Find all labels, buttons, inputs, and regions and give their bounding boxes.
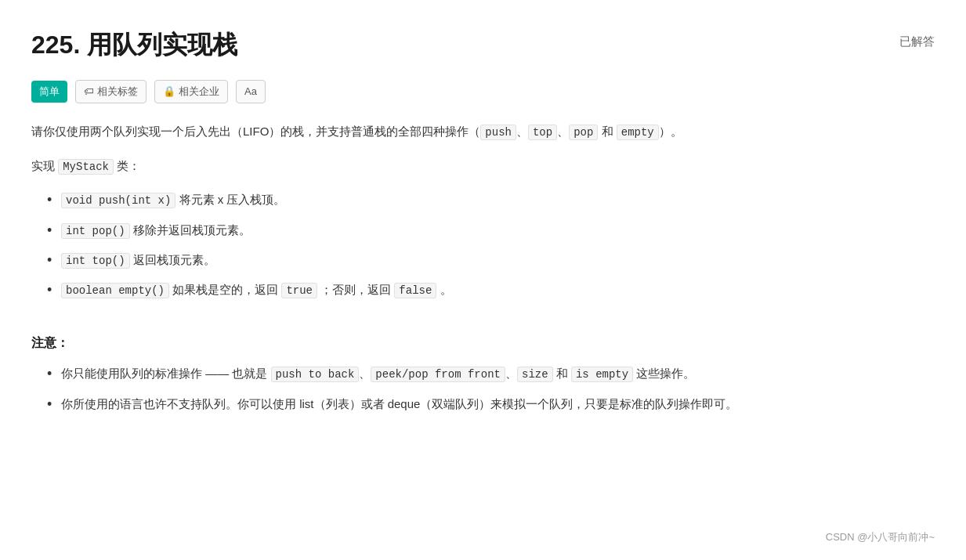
method-pop-code: int pop() bbox=[61, 223, 130, 239]
code-size: size bbox=[517, 367, 553, 382]
footer-credit: CSDN @小八哥向前冲~ bbox=[826, 529, 935, 546]
problem-title: 225. 用队列实现栈 bbox=[31, 23, 237, 66]
code-push-to-back: push to back bbox=[271, 367, 360, 382]
method-empty-code: boolean empty() bbox=[61, 283, 169, 298]
code-peek-pop: peek/pop from front bbox=[371, 367, 505, 382]
note-list: 你只能使用队列的标准操作 —— 也就是 push to back、peek/po… bbox=[47, 363, 935, 414]
code-pop: pop bbox=[569, 125, 598, 140]
code-true: true bbox=[281, 283, 317, 298]
tag-icon: 🏷 bbox=[84, 83, 94, 100]
description-text: 请你仅使用两个队列实现一个后入先出（LIFO）的栈，并支持普通栈的全部四种操作（… bbox=[31, 121, 935, 143]
method-top-code: int top() bbox=[61, 253, 130, 269]
section-divider bbox=[31, 313, 935, 332]
tag-related-companies[interactable]: 🔒 相关企业 bbox=[154, 80, 228, 103]
note-item-2: 你所使用的语言也许不支持队列。你可以使用 list（列表）或者 deque（双端… bbox=[47, 393, 935, 414]
header-row: 225. 用队列实现栈 已解答 bbox=[31, 23, 935, 66]
methods-list: void push(int x) 将元素 x 压入栈顶。 int pop() 移… bbox=[47, 189, 935, 301]
implement-text: 实现 MyStack 类： bbox=[31, 156, 935, 177]
lock-icon: 🔒 bbox=[163, 83, 175, 100]
tags-row: 简单 🏷 相关标签 🔒 相关企业 Aa bbox=[31, 80, 935, 103]
note-title: 注意： bbox=[31, 332, 935, 353]
method-push-code: void push(int x) bbox=[61, 193, 175, 208]
list-item: void push(int x) 将元素 x 压入栈顶。 bbox=[47, 189, 935, 211]
list-item: int pop() 移除并返回栈顶元素。 bbox=[47, 219, 935, 241]
code-false: false bbox=[394, 283, 436, 298]
tag-font-size[interactable]: Aa bbox=[236, 80, 266, 103]
code-top: top bbox=[528, 125, 557, 140]
code-push: push bbox=[480, 125, 516, 140]
font-size-icon: Aa bbox=[244, 83, 257, 100]
list-item: int top() 返回栈顶元素。 bbox=[47, 249, 935, 271]
code-is-empty: is empty bbox=[571, 367, 633, 382]
solved-badge: 已解答 bbox=[899, 31, 935, 52]
list-item: boolean empty() 如果栈是空的，返回 true ；否则，返回 fa… bbox=[47, 279, 935, 301]
tag-related-tags[interactable]: 🏷 相关标签 bbox=[75, 80, 147, 103]
code-empty: empty bbox=[617, 125, 659, 140]
tag-difficulty[interactable]: 简单 bbox=[31, 81, 67, 103]
note-item-1: 你只能使用队列的标准操作 —— 也就是 push to back、peek/po… bbox=[47, 363, 935, 385]
code-mystack: MyStack bbox=[58, 159, 114, 175]
